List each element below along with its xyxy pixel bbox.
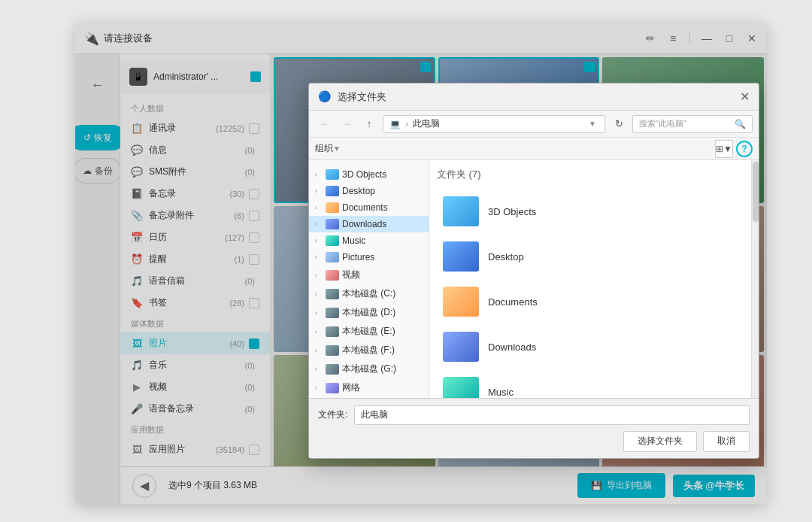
- file-item-documents[interactable]: Documents: [437, 279, 744, 324]
- address-dropdown[interactable]: ▼: [586, 118, 598, 130]
- tree-item-disk-d[interactable]: › 本地磁盘 (D:): [309, 303, 429, 322]
- dialog-back-button[interactable]: ←: [315, 115, 333, 133]
- dialog-up-button[interactable]: ↑: [360, 115, 378, 133]
- file-item-desktop[interactable]: Desktop: [437, 234, 744, 279]
- scroll-thumb[interactable]: [753, 162, 759, 222]
- help-button[interactable]: ?: [736, 141, 753, 157]
- file-name-music: Music: [488, 387, 514, 398]
- folder-input-row: 文件夹:: [318, 405, 750, 425]
- tree-item-desktop[interactable]: › Desktop: [309, 183, 429, 199]
- folder-label: 文件夹:: [318, 408, 348, 421]
- file-dialog: 🔵 选择文件夹 ✕ ← → ↑ 💻 › 此电脑 ▼ ↻ 搜索"此电脑" 🔍: [308, 83, 759, 459]
- address-bar[interactable]: 💻 › 此电脑 ▼: [383, 115, 605, 133]
- tree-item-disk-g[interactable]: › 本地磁盘 (G:): [309, 360, 429, 378]
- app-window: 🔌 请连接设备 ✏ ≡ — □ ✕ ← ↺ 恢复 ☁ 备份: [75, 23, 767, 504]
- folder-icon-music: [326, 235, 339, 246]
- folder-icon-disk-c: [326, 289, 339, 299]
- dialog-overlay: 🔵 选择文件夹 ✕ ← → ↑ 💻 › 此电脑 ▼ ↻ 搜索"此电脑" 🔍: [75, 23, 767, 504]
- tree-item-disk-e[interactable]: › 本地磁盘 (E:): [309, 322, 429, 341]
- dialog-scrollbar[interactable]: [751, 160, 759, 398]
- file-name-3d: 3D Objects: [488, 206, 536, 217]
- folder-icon-video: [326, 270, 339, 281]
- tree-label-disk-e: 本地磁盘 (E:): [342, 325, 395, 338]
- folder-icon-disk-f: [326, 345, 339, 356]
- tree-label-disk-f: 本地磁盘 (F:): [342, 344, 395, 357]
- view-toggle-button[interactable]: ⊞▼: [715, 140, 733, 158]
- select-folder-button[interactable]: 选择文件夹: [623, 431, 697, 452]
- file-name-documents: Documents: [488, 296, 538, 308]
- organize-label: 组织: [315, 142, 333, 155]
- dialog-toolbar: ← → ↑ 💻 › 此电脑 ▼ ↻ 搜索"此电脑" 🔍: [309, 111, 759, 138]
- address-separator: ›: [405, 119, 408, 129]
- organize-row: 组织 ▼ ⊞▼ ?: [309, 138, 759, 160]
- tree-label-music: Music: [342, 235, 365, 246]
- tree-label-disk-c: 本地磁盘 (C:): [342, 287, 395, 300]
- tree-item-documents[interactable]: › Documents: [309, 199, 429, 216]
- tree-item-video[interactable]: › 视频: [309, 266, 429, 284]
- file-item-3d-objects[interactable]: 3D Objects: [437, 189, 744, 234]
- folder-icon-documents: [326, 202, 339, 213]
- dialog-forward-button[interactable]: →: [338, 115, 356, 133]
- tree-item-disk-c[interactable]: › 本地磁盘 (C:): [309, 284, 429, 303]
- file-icon-music: [443, 377, 479, 398]
- tree-item-music[interactable]: › Music: [309, 232, 429, 249]
- tree-label-3d: 3D Objects: [342, 169, 386, 180]
- folder-icon-3d: [326, 169, 339, 180]
- refresh-button[interactable]: ↻: [610, 115, 628, 133]
- folder-icon-disk-e: [326, 326, 339, 337]
- organize-arrow: ▼: [333, 144, 341, 153]
- file-name-desktop: Desktop: [488, 251, 524, 263]
- file-icon-documents: [443, 287, 479, 317]
- file-icon-3d: [443, 196, 479, 226]
- dialog-title: 选择文件夹: [338, 90, 740, 104]
- tree-label-downloads: Downloads: [342, 219, 386, 229]
- tree-item-downloads[interactable]: › Downloads: [309, 216, 429, 232]
- dialog-title-bar: 🔵 选择文件夹 ✕: [309, 83, 759, 111]
- folder-icon-disk-d: [326, 308, 339, 318]
- tree-label-pictures: Pictures: [342, 252, 374, 263]
- dialog-footer: 文件夹: 选择文件夹 取消: [309, 398, 759, 458]
- folder-icon-pictures: [326, 252, 339, 263]
- cancel-button[interactable]: 取消: [703, 431, 750, 452]
- dialog-close-button[interactable]: ✕: [740, 90, 750, 104]
- dialog-body: › 3D Objects › Desktop › Documents: [309, 160, 759, 398]
- tree-label-video: 视频: [342, 269, 360, 281]
- search-icon: 🔍: [735, 119, 746, 129]
- folder-icon-disk-g: [326, 364, 339, 375]
- file-item-downloads[interactable]: Downloads: [437, 324, 744, 369]
- tree-item-3d[interactable]: › 3D Objects: [309, 166, 429, 183]
- dialog-actions: 选择文件夹 取消: [318, 431, 750, 452]
- file-icon-downloads: [443, 332, 479, 362]
- folder-input[interactable]: [354, 405, 750, 425]
- search-box[interactable]: 搜索"此电脑" 🔍: [632, 115, 753, 133]
- file-icon-desktop: [443, 241, 479, 272]
- dialog-title-icon: 🔵: [318, 90, 332, 104]
- tree-label-desktop: Desktop: [342, 186, 375, 196]
- tree-label-disk-d: 本地磁盘 (D:): [342, 306, 395, 319]
- address-path: 此电脑: [413, 117, 440, 130]
- tree-label-network: 网络: [342, 381, 360, 394]
- tree-item-pictures[interactable]: › Pictures: [309, 249, 429, 266]
- tree-item-disk-f[interactable]: › 本地磁盘 (F:): [309, 341, 429, 360]
- file-name-downloads: Downloads: [488, 341, 536, 353]
- search-placeholder: 搜索"此电脑": [639, 118, 686, 129]
- tree-label-disk-g: 本地磁盘 (G:): [342, 363, 396, 375]
- files-header: 文件夹 (7): [437, 168, 744, 181]
- dialog-right-panel: 文件夹 (7) 3D Objects Desktop Documents: [429, 160, 751, 398]
- address-computer-icon: 💻: [389, 119, 401, 129]
- tree-label-documents: Documents: [342, 202, 388, 213]
- folder-icon-downloads: [326, 219, 339, 229]
- dialog-left-panel: › 3D Objects › Desktop › Documents: [309, 160, 429, 398]
- file-item-music[interactable]: Music: [437, 369, 744, 398]
- folder-icon-network: [326, 383, 339, 393]
- folder-icon-desktop: [326, 186, 339, 196]
- tree-item-network[interactable]: › 网络: [309, 378, 429, 397]
